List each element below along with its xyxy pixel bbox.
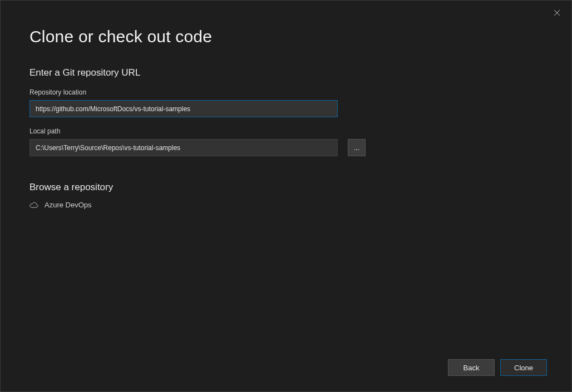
repo-location-field: Repository location	[29, 88, 543, 117]
browse-repository-section: Browse a repository Azure DevOps	[29, 182, 543, 211]
azure-devops-label: Azure DevOps	[45, 201, 92, 209]
local-path-label: Local path	[29, 127, 543, 135]
dialog-footer: Back Clone	[448, 359, 547, 376]
close-button[interactable]	[550, 6, 564, 19]
local-path-input[interactable]	[29, 139, 338, 156]
browse-repository-heading: Browse a repository	[29, 182, 543, 193]
azure-devops-provider[interactable]: Azure DevOps	[29, 199, 543, 211]
browse-path-button[interactable]: ...	[348, 139, 366, 156]
cloud-icon	[29, 201, 38, 209]
back-button[interactable]: Back	[448, 359, 495, 376]
local-path-field: Local path ...	[29, 127, 543, 156]
enter-url-heading: Enter a Git repository URL	[29, 67, 543, 78]
page-title: Clone or check out code	[29, 27, 543, 46]
close-icon	[554, 9, 560, 16]
clone-button[interactable]: Clone	[500, 359, 547, 376]
repo-location-label: Repository location	[29, 88, 543, 96]
repo-location-input[interactable]	[29, 100, 338, 117]
